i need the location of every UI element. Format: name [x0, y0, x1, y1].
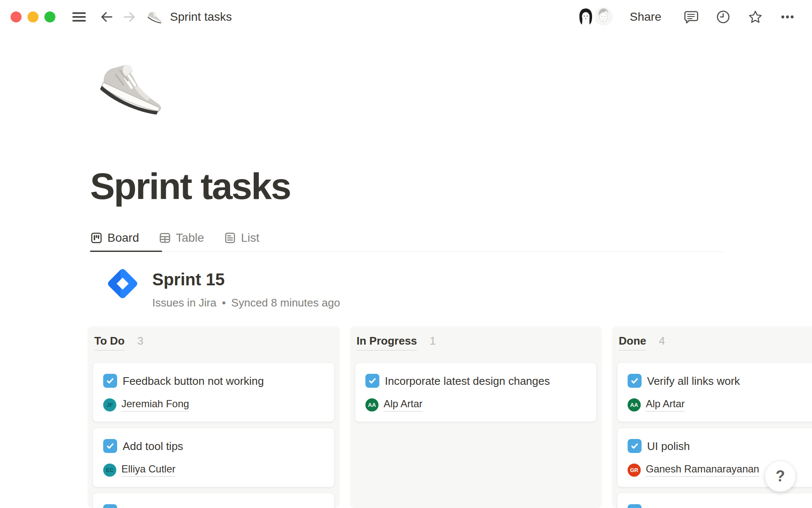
assignee-row: EC Elliya Cutler	[103, 463, 324, 477]
task-checkbox[interactable]	[103, 374, 117, 388]
task-checkbox[interactable]	[628, 504, 642, 508]
tab-table-label: Table	[176, 231, 204, 245]
tab-list-label: List	[241, 231, 260, 245]
table-view-icon	[159, 232, 171, 244]
collection-subtitle: Issues in Jira • Synced 8 minutes ago	[152, 296, 340, 309]
task-card[interactable]: Add tool tips EC Elliya Cutler	[93, 428, 335, 487]
sneaker-page-icon-small	[146, 8, 164, 25]
board-column-in-progress: In Progress 1 Incorporate latest design …	[350, 326, 602, 508]
column-name-in-progress[interactable]: In Progress	[357, 334, 417, 351]
task-checkbox[interactable]	[365, 374, 379, 388]
task-title: UI polish	[647, 438, 690, 454]
help-button[interactable]: ?	[765, 461, 796, 492]
sneaker-page-icon[interactable]	[95, 52, 171, 123]
breadcrumb[interactable]: Sprint tasks	[170, 10, 232, 24]
assignee-row: JF Jeremiah Fong	[103, 398, 324, 411]
tab-board[interactable]: Board	[90, 231, 139, 245]
board-view-icon	[90, 232, 103, 244]
assignee-row: AA Alp Artar	[628, 398, 812, 411]
presence-avatar-1[interactable]	[576, 6, 596, 27]
updates-clock-icon[interactable]	[715, 9, 731, 25]
column-count-in-progress: 1	[430, 334, 436, 348]
task-title: Feedback button not working	[123, 373, 264, 389]
collection-title[interactable]: Sprint 15	[152, 270, 225, 289]
tab-list[interactable]: List	[224, 231, 260, 245]
column-count-done: 4	[659, 334, 665, 348]
presence-avatar-2[interactable]	[593, 6, 614, 27]
traffic-light-minimize-button[interactable]	[27, 11, 38, 22]
check-icon	[106, 442, 115, 450]
collection-source: Issues in Jira	[152, 296, 217, 309]
jira-logo-icon	[104, 265, 141, 302]
comments-icon[interactable]	[683, 9, 699, 25]
check-icon	[106, 376, 115, 385]
assignee-name[interactable]: Alp Artar	[646, 398, 685, 411]
tab-board-label: Board	[107, 231, 139, 245]
column-name-done[interactable]: Done	[619, 334, 646, 351]
view-tabs: Board Table List	[90, 226, 259, 250]
task-card[interactable]: Incorporate latest design changes AA Alp…	[355, 362, 597, 422]
collection-separator: •	[222, 296, 226, 309]
assignee-avatar: EC	[103, 464, 116, 477]
assignee-row: AA Alp Artar	[365, 398, 586, 411]
assignee-avatar: AA	[365, 398, 379, 411]
sidebar-toggle-menu-icon[interactable]	[72, 12, 86, 22]
list-view-icon	[224, 232, 236, 244]
window-titlebar: Sprint tasks Share	[0, 0, 812, 34]
assignee-avatar: JF	[103, 398, 116, 411]
column-count-todo: 3	[137, 334, 143, 348]
board-column-todo: To Do 3 Feedback button not working JF J…	[88, 326, 340, 508]
task-title: Add tool tips	[123, 438, 183, 454]
assignee-name[interactable]: Jeremiah Fong	[121, 398, 189, 411]
assignee-name[interactable]: Alp Artar	[384, 398, 422, 411]
task-card[interactable]: Feedback button not working JF Jeremiah …	[93, 362, 335, 422]
check-icon	[368, 376, 377, 385]
page-title: Sprint tasks	[90, 166, 291, 207]
check-icon	[630, 442, 639, 450]
more-options-ellipsis-icon[interactable]	[779, 9, 796, 25]
task-card-partial[interactable]	[93, 493, 335, 508]
task-checkbox[interactable]	[628, 374, 642, 388]
task-card-partial[interactable]	[617, 493, 812, 508]
task-checkbox[interactable]	[103, 504, 117, 508]
column-name-todo[interactable]: To Do	[94, 334, 125, 351]
collection-sync-status: Synced 8 minutes ago	[231, 296, 340, 309]
assignee-avatar: GR	[628, 464, 641, 477]
active-tab-underline	[90, 251, 162, 252]
share-button[interactable]: Share	[630, 10, 661, 24]
check-icon	[630, 376, 639, 385]
forward-arrow-icon	[122, 9, 137, 25]
task-checkbox[interactable]	[103, 439, 117, 453]
tabs-divider	[90, 251, 723, 252]
assignee-name[interactable]: Ganesh Ramanarayanan	[646, 463, 759, 477]
task-checkbox[interactable]	[628, 439, 642, 453]
assignee-avatar: AA	[628, 398, 641, 411]
task-card[interactable]: Verify all links work AA Alp Artar	[617, 362, 812, 422]
assignee-name[interactable]: Elliya Cutler	[121, 463, 176, 477]
traffic-light-close-button[interactable]	[11, 11, 22, 22]
favorite-star-icon[interactable]	[747, 9, 763, 25]
task-title: Verify all links work	[647, 373, 740, 389]
traffic-light-zoom-button[interactable]	[44, 11, 55, 22]
task-title: Incorporate latest design changes	[385, 373, 550, 389]
tab-table[interactable]: Table	[159, 231, 204, 245]
back-arrow-icon[interactable]	[99, 9, 114, 25]
